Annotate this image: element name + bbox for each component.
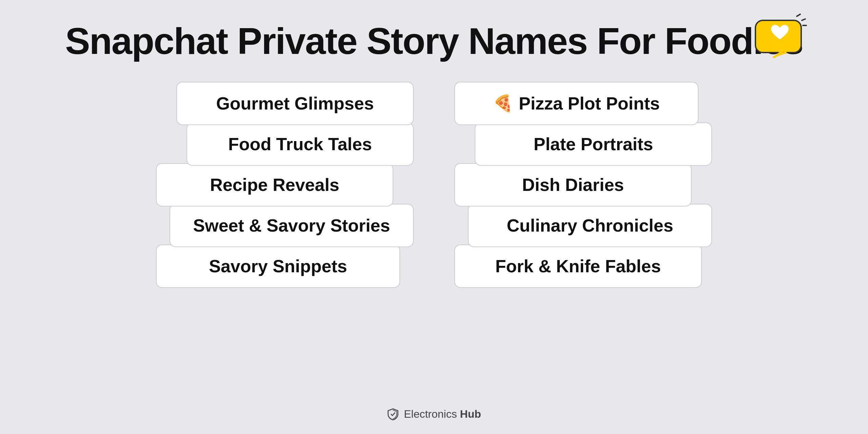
list-item: Culinary Chronicles bbox=[468, 204, 712, 247]
story-name-text: Savory Snippets bbox=[209, 256, 347, 276]
list-item: Plate Portraits bbox=[475, 122, 712, 166]
list-item: Gourmet Glimpses bbox=[176, 82, 414, 125]
svg-line-0 bbox=[797, 14, 800, 16]
footer: Electronics Hub bbox=[387, 408, 481, 420]
right-column: 🍕 Pizza Plot Points Plate Portraits Dish… bbox=[454, 82, 712, 398]
page-container: Snapchat Private Story Names For Foodies bbox=[0, 0, 868, 434]
shield-icon bbox=[387, 408, 399, 420]
brand-text: Electronics Hub bbox=[404, 408, 481, 420]
story-name-text: Gourmet Glimpses bbox=[216, 93, 374, 114]
list-item: Sweet & Savory Stories bbox=[170, 204, 414, 247]
brand-bold: Hub bbox=[460, 408, 481, 420]
brand-logo: Electronics Hub bbox=[387, 408, 481, 420]
columns-container: Gourmet Glimpses Food Truck Tales Recipe… bbox=[41, 82, 827, 398]
story-name-text: Food Truck Tales bbox=[228, 134, 372, 154]
page-title: Snapchat Private Story Names For Foodies bbox=[65, 20, 803, 61]
list-item: Recipe Reveals bbox=[156, 163, 393, 206]
card-content-with-emoji: 🍕 Pizza Plot Points bbox=[493, 93, 660, 114]
story-name-text: Recipe Reveals bbox=[210, 175, 339, 195]
list-item: Food Truck Tales bbox=[186, 122, 414, 166]
story-name-text: Plate Portraits bbox=[534, 134, 653, 154]
brand-regular: Electronics bbox=[404, 408, 460, 420]
left-column: Gourmet Glimpses Food Truck Tales Recipe… bbox=[156, 82, 414, 398]
pizza-emoji: 🍕 bbox=[493, 94, 513, 113]
svg-line-1 bbox=[802, 19, 805, 20]
list-item: 🍕 Pizza Plot Points bbox=[454, 82, 698, 125]
list-item: Fork & Knife Fables bbox=[454, 244, 702, 288]
story-name-text: Culinary Chronicles bbox=[507, 215, 673, 236]
list-item: Dish Diaries bbox=[454, 163, 692, 206]
story-name-text: Fork & Knife Fables bbox=[495, 256, 661, 276]
story-name-text: Sweet & Savory Stories bbox=[193, 215, 390, 236]
story-name-text: Pizza Plot Points bbox=[519, 93, 660, 114]
chat-bubble-icon bbox=[753, 14, 807, 61]
header-area: Snapchat Private Story Names For Foodies bbox=[41, 20, 827, 61]
story-name-text: Dish Diaries bbox=[522, 175, 624, 195]
list-item: Savory Snippets bbox=[156, 244, 400, 288]
